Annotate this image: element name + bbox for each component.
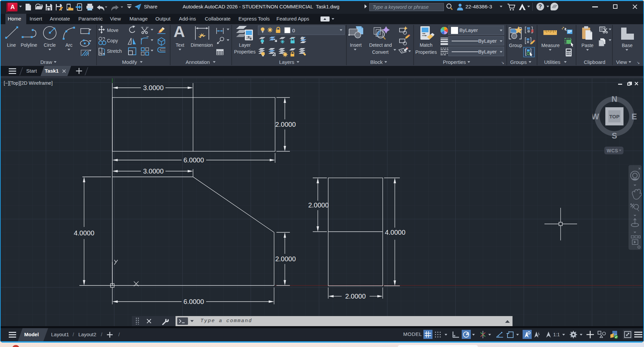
svg-text:6.0000: 6.0000 [183,298,204,305]
svg-text:4.0000: 4.0000 [74,229,94,237]
svg-text:2.0000: 2.0000 [345,293,366,300]
svg-text:4.0000: 4.0000 [385,229,405,236]
svg-text:W: W [593,112,599,121]
svg-text:3.0000: 3.0000 [143,84,163,91]
svg-text:2.0000: 2.0000 [308,201,329,209]
svg-text:3.0000: 3.0000 [143,167,163,175]
svg-text:S: S [612,131,617,140]
svg-text:2.0000: 2.0000 [275,255,296,263]
svg-text:6.0000: 6.0000 [183,156,204,164]
svg-text:E: E [632,112,637,121]
svg-text:2.0000: 2.0000 [275,121,296,128]
svg-text:TOP: TOP [609,114,620,119]
svg-text:N: N [611,94,617,104]
